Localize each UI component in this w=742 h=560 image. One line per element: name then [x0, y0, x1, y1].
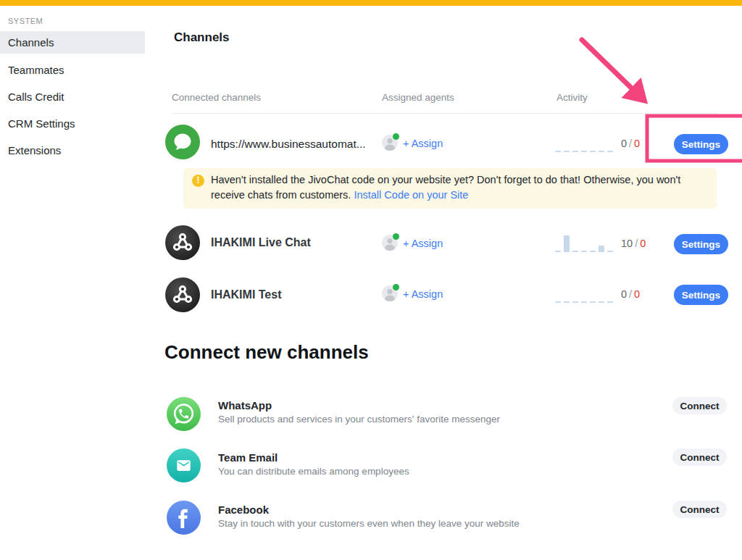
chat-bubble-icon [165, 125, 200, 159]
settings-button[interactable]: Settings [674, 234, 728, 254]
count-separator: / [629, 288, 632, 300]
connect-new-channels-title: Connect new channels [164, 341, 369, 364]
sidebar-item-label: Extensions [8, 144, 61, 156]
ihakimi-channel-icon [165, 225, 200, 260]
sidebar-item-teammates[interactable]: Teammates [0, 59, 145, 81]
channel-name[interactable]: IHAKIMI Live Chat [211, 236, 311, 249]
sidebar-item-crm-settings[interactable]: CRM Settings [0, 112, 145, 135]
settings-button[interactable]: Settings [674, 134, 728, 154]
sidebar-item-label: Teammates [8, 64, 64, 76]
assign-agent-link[interactable]: + Assign [403, 288, 443, 300]
agent-avatar [382, 285, 398, 301]
online-status-dot [393, 133, 399, 140]
activity-sparkline [555, 284, 613, 303]
online-status-dot [393, 233, 399, 240]
connect-item-description: You can distribute emails among employee… [218, 466, 409, 477]
whatsapp-icon [167, 397, 201, 431]
chats-count: 10 [621, 238, 633, 249]
top-accent-bar [0, 0, 742, 6]
count-separator: / [629, 138, 632, 149]
chats-count: 0 [621, 288, 627, 300]
page-title: Channels [174, 30, 230, 45]
chats-count: 0 [621, 138, 627, 149]
missed-count: 0 [634, 138, 640, 149]
connect-facebook-button[interactable]: Connect [672, 501, 727, 518]
channel-name[interactable]: https://www.businessautomat... [211, 138, 366, 151]
connect-whatsapp-button[interactable]: Connect [672, 397, 727, 414]
sidebar-item-label: Channels [8, 36, 54, 49]
missed-count: 0 [634, 288, 640, 300]
activity-sparkline [555, 133, 613, 152]
sidebar-item-calls-credit[interactable]: Calls Credit [0, 85, 145, 108]
assign-agent-link[interactable]: + Assign [403, 238, 443, 249]
sidebar-item-label: Calls Credit [8, 91, 64, 103]
ihakimi-channel-icon [165, 277, 200, 312]
settings-button[interactable]: Settings [674, 285, 728, 305]
connect-item-name: WhatsApp [218, 399, 272, 411]
install-code-link[interactable]: Install Code on your Site [354, 189, 468, 201]
agent-avatar [382, 235, 398, 251]
missed-count: 0 [640, 238, 646, 249]
connect-item-description: Sell products and services in your custo… [218, 414, 500, 425]
sidebar-section-label: SYSTEM [8, 17, 43, 25]
column-header-activity: Activity [556, 92, 588, 103]
sidebar-item-extensions[interactable]: Extensions [0, 139, 145, 162]
assign-agent-link[interactable]: + Assign [403, 138, 443, 149]
warning-message: Haven't installed the JivoChat code on y… [211, 172, 709, 203]
online-status-dot [393, 284, 399, 291]
activity-sparkline [555, 233, 613, 252]
warning-icon: ! [192, 175, 204, 187]
activity-counts: 0/0 [621, 288, 640, 300]
activity-counts: 0/0 [621, 138, 640, 149]
connect-item-name: Team Email [218, 451, 278, 464]
channel-name[interactable]: IHAKIMI Test [211, 288, 281, 301]
connect-item-description: Stay in touch with your customers even w… [218, 518, 520, 529]
connect-item-name: Facebook [218, 503, 269, 516]
column-header-connected-channels: Connected channels [172, 92, 261, 103]
facebook-icon [167, 501, 201, 535]
sidebar-item-channels[interactable]: Channels [0, 31, 145, 54]
sidebar-item-label: CRM Settings [8, 117, 75, 130]
activity-counts: 10/0 [621, 238, 646, 249]
agent-avatar [382, 135, 398, 151]
jivochat-settings-screen: SYSTEM Channels Teammates Calls Credit C… [0, 0, 742, 560]
connect-team-email-button[interactable]: Connect [672, 448, 727, 466]
team-email-icon [167, 448, 201, 482]
count-separator: / [635, 238, 638, 249]
table-header-divider [172, 113, 717, 114]
annotation-arrow [582, 40, 635, 91]
column-header-assigned-agents: Assigned agents [382, 92, 454, 103]
